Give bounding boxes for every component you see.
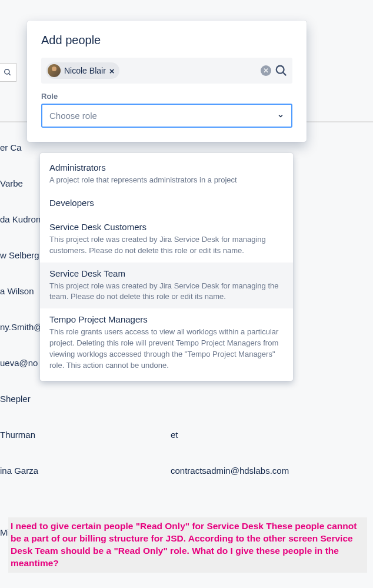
user-email-cell: [171, 142, 373, 152]
user-name-cell: Thurman: [0, 430, 171, 440]
avatar: [48, 64, 61, 77]
user-email-cell: [171, 394, 373, 404]
role-option-desc: This project role was created by Jira Se…: [49, 281, 284, 303]
role-option-desc: A project role that represents administr…: [49, 175, 284, 186]
role-option[interactable]: Tempo Project ManagersThis role grants u…: [40, 308, 293, 377]
svg-point-2: [277, 66, 284, 74]
table-row: ina Garzacontractsadmin@hdslabs.com: [0, 453, 373, 489]
annotation-text: I need to give certain people "Read Only…: [8, 517, 367, 573]
role-dropdown: AdministratorsA project role that repres…: [40, 153, 293, 381]
role-option[interactable]: Developers: [40, 192, 293, 216]
clear-all-icon[interactable]: ✕: [261, 65, 271, 76]
user-email-cell: et: [171, 430, 373, 440]
search-icon: [4, 68, 12, 77]
role-field-label: Role: [41, 92, 292, 101]
role-option[interactable]: Service Desk TeamThis project role was c…: [40, 263, 293, 309]
chip-name: Nicole Blair: [64, 66, 106, 75]
user-name-cell: er Ca: [0, 142, 171, 152]
table-row: [0, 489, 373, 514]
role-select-placeholder: Choose role: [49, 111, 97, 121]
role-option-label: Service Desk Team: [49, 268, 284, 278]
chip-remove-icon[interactable]: ×: [109, 67, 115, 75]
role-option-label: Service Desk Customers: [49, 222, 284, 232]
search-icon: [275, 64, 288, 77]
role-option[interactable]: Service Desk CustomersThis project role …: [40, 216, 293, 263]
svg-line-3: [283, 72, 287, 76]
role-option[interactable]: AdministratorsA project role that repres…: [40, 157, 293, 192]
table-row: Shepler: [0, 381, 373, 417]
chevron-down-icon: [277, 112, 284, 119]
background-search-box[interactable]: [0, 63, 16, 82]
person-chip[interactable]: Nicole Blair ×: [46, 62, 119, 79]
user-name-cell: ina Garza: [0, 466, 171, 476]
svg-line-1: [9, 74, 11, 75]
role-option-label: Administrators: [49, 162, 284, 172]
svg-point-0: [5, 69, 9, 74]
modal-title: Add people: [41, 34, 292, 47]
user-name-cell: Shepler: [0, 394, 171, 404]
role-option-label: Developers: [49, 198, 284, 208]
user-email-cell: contractsadmin@hdslabs.com: [171, 466, 373, 476]
role-option-label: Tempo Project Managers: [49, 314, 284, 324]
role-option-desc: This project role was created by Jira Se…: [49, 234, 284, 257]
add-people-modal: Add people Nicole Blair × ✕ Role Choose …: [27, 21, 307, 142]
role-option-desc: This role grants users access to view al…: [49, 327, 284, 371]
search-button[interactable]: [275, 64, 288, 77]
people-chip-row[interactable]: Nicole Blair × ✕: [41, 58, 292, 84]
role-select[interactable]: Choose role: [41, 104, 292, 128]
table-row: Thurmanet: [0, 417, 373, 453]
